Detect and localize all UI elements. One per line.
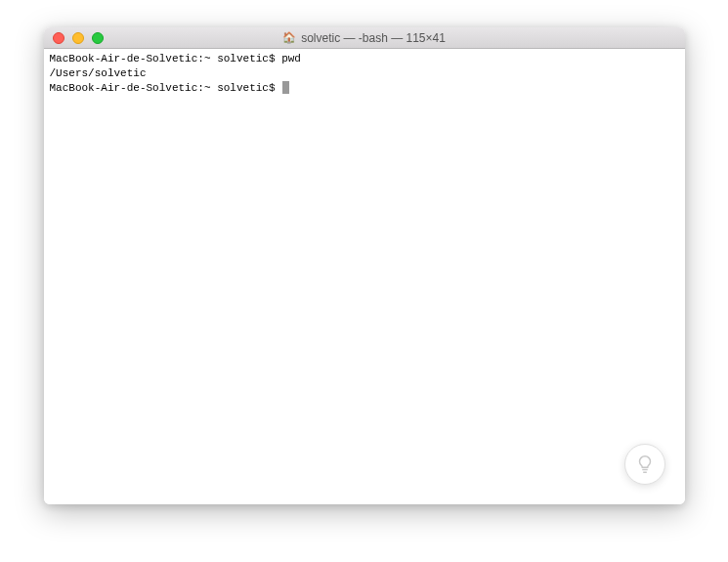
- lightbulb-icon: [634, 454, 656, 475]
- maximize-button[interactable]: [92, 32, 104, 44]
- command-text: pwd: [281, 53, 301, 65]
- terminal-line: MacBook-Air-de-Solvetic:~ solvetic$ pwd: [50, 52, 679, 66]
- prompt-text: MacBook-Air-de-Solvetic:~ solvetic$: [50, 53, 282, 65]
- window-title-text: solvetic — -bash — 115×41: [301, 31, 446, 45]
- terminal-window: 🏠 solvetic — -bash — 115×41 MacBook-Air-…: [44, 27, 685, 504]
- terminal-body[interactable]: MacBook-Air-de-Solvetic:~ solvetic$ pwd …: [44, 49, 685, 504]
- traffic-lights: [44, 32, 104, 44]
- close-button[interactable]: [53, 32, 64, 44]
- window-title: 🏠 solvetic — -bash — 115×41: [44, 31, 685, 45]
- minimize-button[interactable]: [72, 32, 84, 44]
- output-text: /Users/solvetic: [50, 67, 147, 79]
- home-icon: 🏠: [282, 31, 296, 44]
- cursor: [282, 81, 289, 94]
- prompt-text: MacBook-Air-de-Solvetic:~ solvetic$: [50, 82, 282, 94]
- titlebar[interactable]: 🏠 solvetic — -bash — 115×41: [44, 27, 685, 49]
- terminal-line: /Users/solvetic: [50, 66, 679, 81]
- terminal-line: MacBook-Air-de-Solvetic:~ solvetic$: [50, 81, 679, 96]
- help-bubble[interactable]: [624, 444, 665, 485]
